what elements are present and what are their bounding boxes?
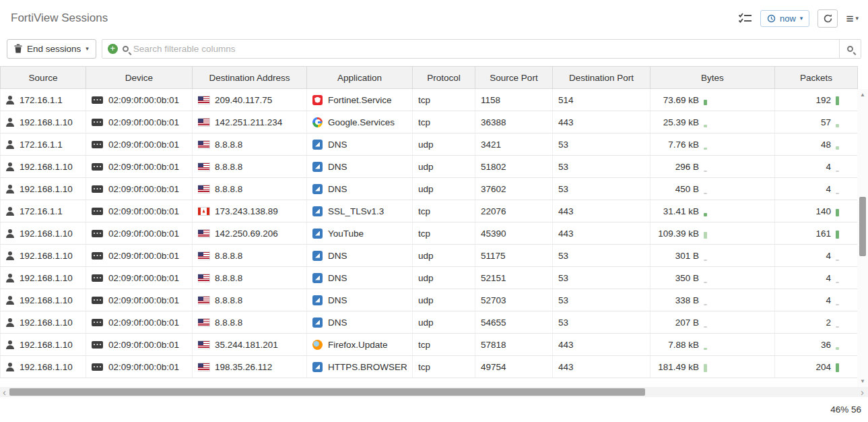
column-header-application[interactable]: Application xyxy=(307,67,413,89)
packets-value: 48 xyxy=(821,140,831,150)
column-header-protocol[interactable]: Protocol xyxy=(413,67,475,89)
packets-bar-track xyxy=(836,117,839,127)
bytes-bar-track xyxy=(704,317,707,328)
application-icon xyxy=(312,295,323,305)
country-flag-icon xyxy=(198,274,209,282)
scroll-down-arrow[interactable]: ▼ xyxy=(857,378,868,384)
device-mac: 02:09:0f:00:0b:01 xyxy=(108,117,179,127)
bytes-bar xyxy=(704,213,707,216)
protocol-value: udp xyxy=(418,140,434,150)
device-icon xyxy=(92,341,103,349)
device-mac: 02:09:0f:00:0b:01 xyxy=(108,273,179,283)
destination-address: 8.8.8.8 xyxy=(215,162,242,172)
packets-bar-track xyxy=(836,317,839,328)
application-icon xyxy=(312,95,323,105)
add-filter-icon[interactable]: + xyxy=(108,44,118,54)
refresh-icon xyxy=(823,13,833,24)
vertical-scrollbar-thumb[interactable] xyxy=(859,197,866,256)
session-row[interactable]: 192.168.1.10 02:09:0f:00:0b:01 142.251.2… xyxy=(1,111,858,133)
user-icon xyxy=(6,251,14,260)
column-header-device[interactable]: Device xyxy=(86,67,193,89)
search-input[interactable] xyxy=(133,40,834,58)
search-icon xyxy=(847,46,853,52)
protocol-value: udp xyxy=(418,318,434,328)
user-icon xyxy=(6,229,14,238)
packets-value: 140 xyxy=(815,206,831,216)
device-mac: 02:09:0f:00:0b:01 xyxy=(108,206,179,216)
destination-port-value: 53 xyxy=(558,251,568,261)
checklist-icon[interactable] xyxy=(738,13,752,24)
destination-port-value: 53 xyxy=(558,162,568,172)
column-header-destination-port[interactable]: Destination Port xyxy=(553,67,650,89)
session-row[interactable]: 172.16.1.1 02:09:0f:00:0b:01 8.8.8.8 DNS… xyxy=(1,133,858,156)
bytes-value: 31.41 kB xyxy=(663,206,699,216)
sessions-tbody: 172.16.1.1 02:09:0f:00:0b:01 209.40.117.… xyxy=(1,89,858,378)
scroll-left-arrow[interactable]: ‹ xyxy=(3,387,6,397)
bytes-bar-track xyxy=(704,272,707,283)
scroll-up-arrow[interactable]: ▲ xyxy=(857,92,868,98)
packets-value: 4 xyxy=(826,295,831,305)
packets-value: 4 xyxy=(826,184,831,194)
source-port-value: 52151 xyxy=(481,273,506,283)
session-row[interactable]: 192.168.1.10 02:09:0f:00:0b:01 142.250.6… xyxy=(1,222,858,245)
application-name: DNS xyxy=(328,162,347,172)
packets-value: 4 xyxy=(826,273,831,283)
source-address: 172.16.1.1 xyxy=(20,95,63,105)
refresh-button[interactable] xyxy=(817,9,838,28)
device-icon xyxy=(92,119,103,126)
column-header-packets[interactable]: Packets xyxy=(775,67,858,89)
packets-bar-track xyxy=(836,94,839,105)
destination-address: 209.40.117.75 xyxy=(215,95,272,105)
packets-value: 2 xyxy=(826,318,831,328)
packets-bar-track xyxy=(836,272,839,283)
end-sessions-button[interactable]: End sessions ▾ xyxy=(7,39,96,59)
status-text: 46% 56 xyxy=(830,404,861,415)
destination-port-value: 53 xyxy=(558,273,568,283)
country-flag-icon xyxy=(198,341,209,349)
source-address: 172.16.1.1 xyxy=(20,140,63,150)
session-row[interactable]: 192.168.1.10 02:09:0f:00:0b:01 8.8.8.8 D… xyxy=(1,267,858,289)
column-header-source[interactable]: Source xyxy=(1,67,86,89)
protocol-value: tcp xyxy=(418,117,430,127)
scroll-right-arrow[interactable]: › xyxy=(861,387,864,397)
session-row[interactable]: 192.168.1.10 02:09:0f:00:0b:01 8.8.8.8 D… xyxy=(1,245,858,267)
horizontal-scrollbar[interactable]: ‹ › xyxy=(0,387,868,397)
session-row[interactable]: 192.168.1.10 02:09:0f:00:0b:01 198.35.26… xyxy=(1,356,858,378)
bytes-bar-track xyxy=(704,339,707,350)
destination-address: 8.8.8.8 xyxy=(215,184,242,194)
application-icon xyxy=(312,251,323,261)
bytes-bar xyxy=(704,148,707,150)
horizontal-scrollbar-thumb[interactable] xyxy=(9,388,645,396)
application-icon xyxy=(312,206,323,216)
application-name: HTTPS.BROWSER xyxy=(328,362,407,372)
session-row[interactable]: 172.16.1.1 02:09:0f:00:0b:01 173.243.138… xyxy=(1,200,858,222)
column-header-destination-address[interactable]: Destination Address xyxy=(193,67,307,89)
packets-bar xyxy=(836,304,839,305)
device-icon xyxy=(92,319,103,326)
protocol-value: udp xyxy=(418,273,434,283)
session-row[interactable]: 172.16.1.1 02:09:0f:00:0b:01 209.40.117.… xyxy=(1,89,858,111)
packets-bar xyxy=(836,124,839,127)
bytes-value: 109.39 kB xyxy=(658,229,699,239)
session-row[interactable]: 192.168.1.10 02:09:0f:00:0b:01 35.244.18… xyxy=(1,334,858,356)
source-address: 192.168.1.10 xyxy=(20,295,73,305)
vertical-scrollbar[interactable]: ▲ ▼ xyxy=(857,89,868,387)
device-mac: 02:09:0f:00:0b:01 xyxy=(108,184,179,194)
column-header-bytes[interactable]: Bytes xyxy=(650,67,775,89)
session-row[interactable]: 192.168.1.10 02:09:0f:00:0b:01 8.8.8.8 D… xyxy=(1,156,858,178)
bytes-bar xyxy=(704,125,707,127)
packets-bar xyxy=(836,96,839,105)
bytes-bar xyxy=(704,282,707,283)
column-header-source-port[interactable]: Source Port xyxy=(475,67,553,89)
session-row[interactable]: 192.168.1.10 02:09:0f:00:0b:01 8.8.8.8 D… xyxy=(1,178,858,200)
bytes-value: 450 B xyxy=(675,184,699,194)
search-submit-button[interactable] xyxy=(839,40,861,58)
application-icon xyxy=(312,117,323,127)
time-range-button[interactable]: now ▾ xyxy=(760,10,809,27)
menu-button[interactable]: ≡ ▾ xyxy=(846,12,859,25)
toolbar: End sessions ▾ + xyxy=(0,36,868,66)
application-name: DNS xyxy=(328,273,347,283)
application-name: DNS xyxy=(328,140,347,150)
session-row[interactable]: 192.168.1.10 02:09:0f:00:0b:01 8.8.8.8 D… xyxy=(1,311,858,334)
session-row[interactable]: 192.168.1.10 02:09:0f:00:0b:01 8.8.8.8 D… xyxy=(1,289,858,311)
